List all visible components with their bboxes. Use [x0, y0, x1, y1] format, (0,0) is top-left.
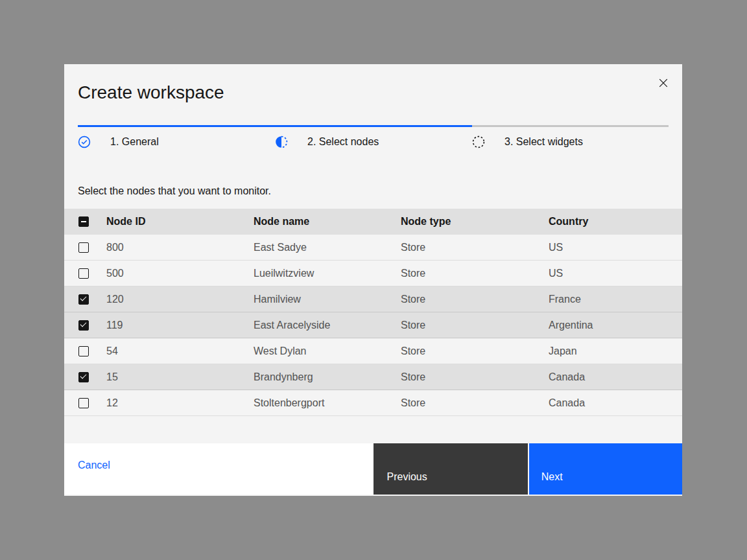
table-row[interactable]: 800 East Sadye Store US	[64, 235, 682, 261]
table-row[interactable]: 120 Hamilview Store France	[64, 286, 682, 312]
row-checkbox[interactable]	[78, 346, 89, 356]
cell-node-name: Lueilwitzview	[254, 268, 401, 279]
close-button[interactable]	[653, 73, 674, 94]
step-current-icon	[275, 135, 288, 148]
row-checkbox-cell	[64, 372, 106, 382]
cell-node-id: 800	[106, 242, 254, 253]
cancel-area: Cancel	[64, 443, 374, 495]
cell-node-id: 120	[106, 294, 254, 305]
row-checkbox-cell	[64, 346, 106, 356]
cell-country: Canada	[549, 397, 682, 409]
step-label: 1. General	[110, 135, 159, 148]
step-label: 2. Select nodes	[307, 135, 379, 148]
cell-country: Japan	[549, 345, 682, 357]
next-button[interactable]: Next	[528, 443, 682, 495]
row-checkbox[interactable]	[78, 268, 89, 279]
cell-node-name: Hamilview	[254, 294, 401, 305]
row-checkbox-cell	[64, 242, 106, 253]
step-select-widgets[interactable]: 3. Select widgets	[472, 134, 669, 150]
row-checkbox[interactable]	[78, 242, 89, 253]
row-checkbox[interactable]	[78, 320, 89, 331]
column-header-country: Country	[549, 216, 682, 228]
row-checkbox-cell	[64, 398, 106, 408]
modal-footer: Cancel Previous Next	[64, 443, 682, 495]
cell-node-type: Store	[401, 268, 549, 279]
table-row[interactable]: 119 East Aracelyside Store Argentina	[64, 312, 682, 338]
progress-remaining	[472, 125, 669, 127]
row-checkbox-cell	[64, 294, 106, 305]
table-row[interactable]: 15 Brandynberg Store Canada	[64, 364, 682, 390]
cell-node-type: Store	[401, 294, 549, 305]
row-checkbox[interactable]	[78, 372, 89, 382]
select-all-cell	[64, 216, 106, 227]
row-checkbox[interactable]	[78, 294, 89, 305]
cell-country: Argentina	[549, 320, 682, 331]
step-label: 3. Select widgets	[504, 135, 583, 148]
table-row[interactable]: 500 Lueilwitzview Store US	[64, 261, 682, 286]
modal-description: Select the nodes that you want to monito…	[78, 184, 682, 198]
table-header-row: Node ID Node name Node type Country	[64, 209, 682, 235]
previous-button[interactable]: Previous	[374, 443, 528, 495]
cell-node-id: 500	[106, 268, 254, 279]
cell-node-id: 119	[106, 320, 254, 331]
column-header-node-type: Node type	[401, 216, 549, 228]
row-checkbox[interactable]	[78, 398, 89, 408]
cell-country: US	[549, 242, 682, 253]
cell-node-name: Stoltenbergport	[254, 397, 401, 409]
cell-node-type: Store	[401, 397, 549, 409]
step-general[interactable]: 1. General	[78, 134, 275, 150]
cell-node-id: 12	[106, 397, 254, 409]
table-row[interactable]: 54 West Dylan Store Japan	[64, 338, 682, 364]
cell-country: France	[549, 294, 682, 305]
nodes-table: Node ID Node name Node type Country 800 …	[64, 209, 682, 416]
cell-node-type: Store	[401, 242, 549, 253]
cell-node-name: Brandynberg	[254, 371, 401, 383]
cell-node-id: 15	[106, 371, 254, 383]
step-complete-icon	[78, 135, 91, 148]
step-upcoming-icon	[472, 135, 485, 148]
cell-country: Canada	[549, 371, 682, 383]
column-header-node-name: Node name	[254, 216, 401, 228]
cell-node-type: Store	[401, 371, 549, 383]
cell-node-name: East Aracelyside	[254, 320, 401, 331]
progress-track	[78, 125, 669, 127]
row-checkbox-cell	[64, 320, 106, 331]
create-workspace-modal: Create workspace 1. General	[64, 64, 682, 496]
row-checkbox-cell	[64, 268, 106, 279]
cell-node-name: West Dylan	[254, 345, 401, 357]
table-body: 800 East Sadye Store US 500 Lueilwitzvie…	[64, 235, 682, 416]
progress-steps: 1. General 2. Select nodes 3. Select wid…	[78, 134, 669, 150]
spacer	[64, 416, 682, 443]
select-all-checkbox[interactable]	[78, 216, 89, 227]
cell-node-type: Store	[401, 320, 549, 331]
table-row[interactable]: 12 Stoltenbergport Store Canada	[64, 390, 682, 416]
modal-header: Create workspace	[64, 64, 682, 104]
cancel-button[interactable]: Cancel	[78, 460, 110, 471]
step-select-nodes[interactable]: 2. Select nodes	[275, 134, 472, 150]
cell-node-id: 54	[106, 345, 254, 357]
close-icon	[658, 77, 669, 91]
cell-country: US	[549, 268, 682, 279]
page-title: Create workspace	[78, 81, 682, 104]
cell-node-name: East Sadye	[254, 242, 401, 253]
cell-node-type: Store	[401, 345, 549, 357]
column-header-node-id: Node ID	[106, 216, 254, 228]
progress-fill	[78, 125, 472, 127]
